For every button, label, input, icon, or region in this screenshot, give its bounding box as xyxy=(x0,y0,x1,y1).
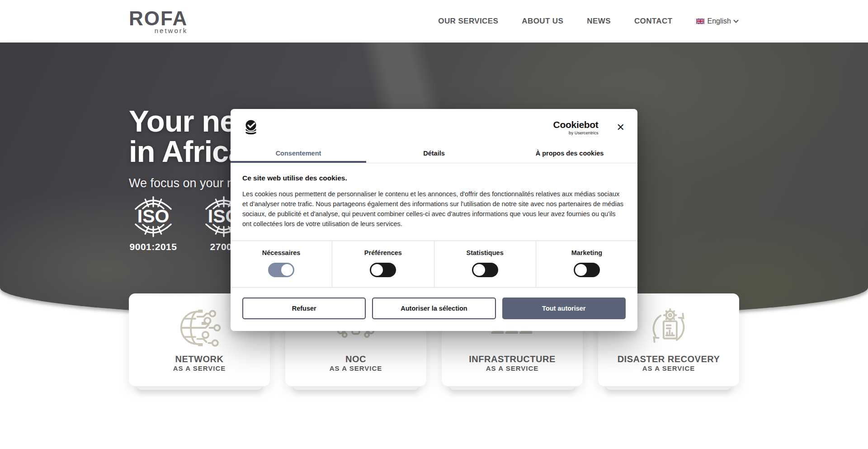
language-selector[interactable]: English xyxy=(696,17,738,25)
consent-col-marketing: Marketing xyxy=(536,241,637,287)
iso-badge-label: 9001:2015 xyxy=(130,241,177,252)
service-subtitle: AS A SERVICE xyxy=(642,364,695,372)
language-label: English xyxy=(708,17,731,25)
cookie-dialog-actions: Refuser Autoriser la sélection Tout auto… xyxy=(231,288,637,331)
cookie-dialog-body: Ce site web utilise des cookies. Les coo… xyxy=(231,163,637,288)
iso-9001-badge: ISO 9001:2015 xyxy=(129,195,178,252)
tab-a-propos[interactable]: À propos des cookies xyxy=(502,143,637,163)
logo-title: ROFA xyxy=(129,9,188,28)
hero-heading-line1: Your ne xyxy=(129,106,245,136)
cookie-dialog-title: Ce site web utilise des cookies. xyxy=(242,174,626,182)
site-header: ROFA network OUR SERVICES ABOUT US NEWS … xyxy=(0,0,868,43)
hero-subheading: We focus on your ne xyxy=(129,176,245,190)
toggle-necessaires[interactable] xyxy=(268,263,294,277)
iso-globe-icon: ISO xyxy=(129,195,178,239)
refuse-button[interactable]: Refuser xyxy=(242,298,366,319)
service-subtitle: AS A SERVICE xyxy=(173,364,226,372)
disaster-recovery-arrows-gear-icon xyxy=(643,302,694,353)
service-title: DISASTER RECOVERY xyxy=(618,354,720,364)
network-globe-circuit-icon xyxy=(174,302,225,353)
nav-item-about-us[interactable]: ABOUT US xyxy=(522,17,563,26)
consent-col-preferences: Préférences xyxy=(332,241,434,287)
consent-col-statistiques: Statistiques xyxy=(434,241,536,287)
uk-flag-icon xyxy=(696,19,704,24)
consent-label: Statistiques xyxy=(434,249,536,256)
nav-item-our-services[interactable]: OUR SERVICES xyxy=(438,17,498,26)
toggle-statistiques[interactable] xyxy=(472,263,498,277)
toggle-marketing[interactable] xyxy=(574,263,600,277)
service-title: NETWORK xyxy=(175,354,224,364)
nav-item-contact[interactable]: CONTACT xyxy=(634,17,673,26)
consent-label: Nécessaires xyxy=(231,249,332,256)
consent-col-necessaires: Nécessaires xyxy=(231,241,332,287)
allow-selection-button[interactable]: Autoriser la sélection xyxy=(372,298,495,319)
service-subtitle: AS A SERVICE xyxy=(486,364,538,372)
toggle-knob xyxy=(281,264,293,276)
hero-heading: Your ne in Africa xyxy=(129,106,245,166)
toggle-preferences[interactable] xyxy=(370,263,396,277)
cookiebot-badge-icon xyxy=(242,119,259,136)
toggle-knob xyxy=(575,264,587,276)
rofa-logo[interactable]: ROFA network xyxy=(129,9,188,34)
hero-heading-line2: in Africa xyxy=(129,136,245,166)
allow-all-button[interactable]: Tout autoriser xyxy=(502,298,626,319)
cookie-dialog-description: Les cookies nous permettent de personnal… xyxy=(242,189,626,229)
service-title: NOC xyxy=(345,354,366,364)
cookie-dialog-header: Cookiebot by Usercentrics ✕ xyxy=(231,109,637,143)
consent-label: Préférences xyxy=(332,249,434,256)
cookiebot-brand: Cookiebot by Usercentrics xyxy=(553,120,599,135)
tab-details[interactable]: Détails xyxy=(366,143,502,163)
toggle-knob xyxy=(473,264,485,276)
main-nav: OUR SERVICES ABOUT US NEWS CONTACT Engli… xyxy=(438,17,738,26)
service-subtitle: AS A SERVICE xyxy=(330,364,382,372)
svg-text:ISO: ISO xyxy=(137,206,169,227)
cookiebot-wordmark: Cookiebot xyxy=(553,120,599,129)
consent-categories: Nécessaires Préférences Statistiques Mar… xyxy=(231,241,637,288)
consent-label: Marketing xyxy=(536,249,637,256)
service-title: INFRASTRUCTURE xyxy=(469,354,555,364)
hero-text: Your ne in Africa We focus on your ne xyxy=(129,106,245,190)
close-icon[interactable]: ✕ xyxy=(617,123,625,132)
tab-consentement[interactable]: Consentement xyxy=(231,143,366,163)
chevron-down-icon xyxy=(733,18,738,23)
nav-item-news[interactable]: NEWS xyxy=(587,17,611,26)
toggle-knob xyxy=(371,264,383,276)
cookie-dialog-tabs: Consentement Détails À propos des cookie… xyxy=(231,143,637,163)
cookiebot-byline: by Usercentrics xyxy=(553,130,599,135)
cookie-consent-dialog: Cookiebot by Usercentrics ✕ Consentement… xyxy=(231,109,637,331)
